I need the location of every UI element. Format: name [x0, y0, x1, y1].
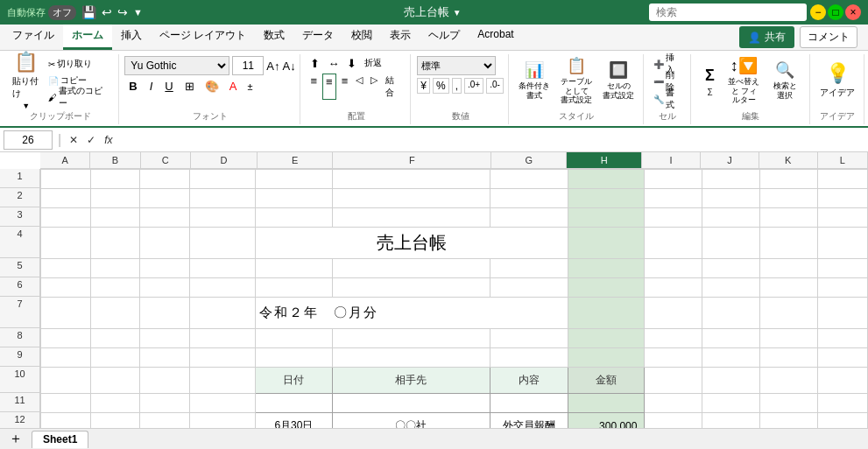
row-7[interactable]: 7 — [0, 297, 39, 328]
sort-filter-button[interactable]: ↕🔽 並べ替えと フィルター — [724, 56, 763, 105]
cell-k7[interactable] — [760, 298, 818, 329]
cut-button[interactable]: ✂切り取り — [46, 56, 113, 72]
cell-j1[interactable] — [702, 170, 760, 189]
maximize-btn[interactable]: □ — [828, 4, 843, 20]
sum-button[interactable]: Σ ∑ — [697, 56, 722, 105]
cell-a5[interactable] — [41, 259, 91, 278]
merge-button[interactable]: 結合 — [383, 74, 405, 100]
cell-style-button[interactable]: 🔲 セルの 書式設定 — [599, 56, 638, 105]
paste-special-button[interactable]: 🖌書式のコピー — [46, 89, 113, 105]
confirm-formula-btn[interactable]: ✓ — [84, 134, 98, 146]
col-header-l[interactable]: L — [818, 152, 868, 168]
tab-acrobat[interactable]: Acrobat — [469, 25, 522, 50]
col-header-f[interactable]: F — [333, 152, 491, 168]
cell-k6[interactable] — [760, 278, 818, 298]
cell-g9[interactable] — [490, 348, 568, 368]
cell-i2[interactable] — [645, 189, 702, 208]
cell-c1[interactable] — [140, 170, 190, 189]
italic-button[interactable]: I — [145, 78, 158, 95]
cell-c3[interactable] — [140, 208, 190, 228]
cell-l9[interactable] — [818, 348, 868, 368]
find-select-button[interactable]: 🔍 検索と 選択 — [766, 56, 804, 105]
tab-home[interactable]: ホーム — [63, 25, 112, 50]
cell-j9[interactable] — [702, 348, 760, 368]
cell-i5[interactable] — [645, 259, 702, 278]
decimal-dec-btn[interactable]: .0- — [486, 78, 504, 94]
cell-g8[interactable] — [490, 329, 568, 348]
table-format-button[interactable]: 📋 テーブルとして 書式設定 — [557, 56, 596, 105]
redo-btn[interactable]: ↪ — [117, 5, 128, 19]
cell-a2[interactable] — [41, 189, 91, 208]
row-5[interactable]: 5 — [0, 258, 39, 277]
align-top-button[interactable]: ⬆ — [307, 56, 322, 71]
cell-d3[interactable] — [189, 208, 255, 228]
cell-b3[interactable] — [90, 208, 140, 228]
currency-btn[interactable]: ¥ — [417, 78, 430, 94]
tab-formulas[interactable]: 数式 — [255, 25, 293, 50]
cell-f5[interactable] — [332, 259, 490, 278]
row-2[interactable]: 2 — [0, 188, 39, 207]
cell-c9[interactable] — [140, 348, 190, 368]
cell-f11[interactable] — [332, 394, 490, 413]
cell-d6[interactable] — [189, 278, 255, 298]
cell-i1[interactable] — [645, 170, 702, 189]
cell-h9[interactable] — [568, 348, 645, 368]
col-header-d[interactable]: D — [191, 152, 258, 168]
conditional-format-button[interactable]: 📊 条件付き 書式 — [515, 56, 554, 105]
cell-j11[interactable] — [702, 394, 760, 413]
cell-e7[interactable]: 令和２年 〇月分 — [256, 298, 568, 329]
indent-inc-button[interactable]: ▷ — [368, 74, 380, 100]
add-sheet-btn[interactable]: ＋ — [4, 430, 28, 448]
cell-a9[interactable] — [41, 348, 91, 368]
cell-c10[interactable] — [140, 368, 190, 394]
increase-font-icon[interactable]: A↑ — [266, 60, 279, 73]
cell-e5[interactable] — [256, 259, 333, 278]
comma-btn[interactable]: , — [452, 78, 462, 94]
cell-d10[interactable] — [189, 368, 255, 394]
align-left-button[interactable]: ≡ — [307, 74, 320, 100]
row-9[interactable]: 9 — [0, 347, 39, 367]
cell-a4[interactable] — [41, 228, 91, 259]
bold-button[interactable]: B — [124, 78, 141, 95]
underline-button[interactable]: U — [160, 78, 177, 95]
cell-a7[interactable] — [41, 298, 91, 329]
cell-f9[interactable] — [332, 348, 490, 368]
cell-i7[interactable] — [645, 298, 702, 329]
cell-e1[interactable] — [256, 170, 333, 189]
cell-d2[interactable] — [189, 189, 255, 208]
row-11[interactable]: 11 — [0, 393, 39, 412]
cell-k5[interactable] — [760, 259, 818, 278]
cell-f3[interactable] — [332, 208, 490, 228]
cell-c11[interactable] — [140, 394, 190, 413]
cell-b1[interactable] — [90, 170, 140, 189]
cell-c7[interactable] — [140, 298, 190, 329]
cell-i6[interactable] — [645, 278, 702, 298]
cell-a3[interactable] — [41, 208, 91, 228]
cell-e3[interactable] — [256, 208, 333, 228]
col-header-e[interactable]: E — [258, 152, 333, 168]
cell-b10[interactable] — [90, 368, 140, 394]
cell-i11[interactable] — [645, 394, 702, 413]
align-middle-button[interactable]: ↔ — [325, 56, 342, 71]
tab-view[interactable]: 表示 — [381, 25, 420, 50]
fill-color-button[interactable]: 🎨 — [201, 79, 222, 94]
cell-g3[interactable] — [490, 208, 568, 228]
cell-k4[interactable] — [760, 228, 818, 259]
row-1[interactable]: 1 — [0, 169, 39, 188]
cell-b2[interactable] — [90, 189, 140, 208]
cell-h3[interactable] — [568, 208, 645, 228]
cell-h2[interactable] — [568, 189, 645, 208]
cell-b9[interactable] — [90, 348, 140, 368]
comment-button[interactable]: コメント — [800, 26, 857, 48]
cell-b6[interactable] — [90, 278, 140, 298]
row-8[interactable]: 8 — [0, 328, 39, 347]
cell-c5[interactable] — [140, 259, 190, 278]
row-3[interactable]: 3 — [0, 207, 39, 227]
font-color-button[interactable]: A — [226, 79, 241, 94]
cell-l1[interactable] — [818, 170, 868, 189]
sheet-tab-1[interactable]: Sheet1 — [32, 431, 88, 448]
wrap-text-button[interactable]: 折返 — [362, 56, 385, 71]
cell-b7[interactable] — [90, 298, 140, 329]
tab-insert[interactable]: 挿入 — [112, 25, 151, 50]
cell-e2[interactable] — [256, 189, 333, 208]
